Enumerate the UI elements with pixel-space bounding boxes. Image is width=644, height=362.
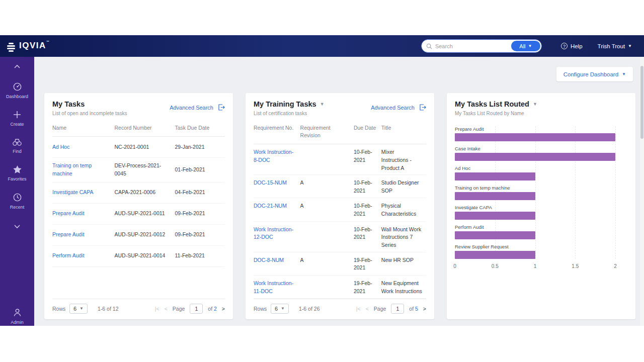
bar-label: Review Supplier Request	[455, 244, 615, 249]
requirement-link[interactable]: Work Instruction-8-DOC	[254, 149, 293, 163]
sidebar-scroll-up[interactable]	[14, 62, 21, 71]
search-scope-button[interactable]: All▼	[511, 41, 540, 51]
task-link[interactable]: Prepare Audit	[52, 231, 85, 237]
card-title: My Tasks List Routed	[455, 100, 529, 108]
bar[interactable]	[455, 251, 535, 259]
table-header: Name Record Number Task Due Date	[52, 120, 225, 137]
axis-tick: 2	[614, 263, 617, 269]
bar[interactable]	[455, 212, 535, 220]
requirement-link[interactable]: DOC-15-NUM	[254, 179, 287, 186]
table-row: Prepare Audit AUD-SUP-2021-0011 09-Feb-2…	[52, 204, 225, 225]
page-input[interactable]	[391, 304, 404, 314]
plus-icon	[13, 110, 22, 119]
sidebar-item-find[interactable]: Find	[0, 138, 34, 154]
export-icon[interactable]	[218, 104, 225, 111]
help-button[interactable]: ? Help	[561, 43, 583, 49]
bar-label: Investigate CAPA	[455, 205, 615, 210]
next-page-button[interactable]: >	[222, 306, 225, 312]
user-menu[interactable]: Trish Trout ▼	[598, 43, 632, 49]
bar[interactable]	[455, 192, 535, 200]
card-title: My Tasks	[52, 100, 85, 108]
table-row: Work Instruction-12-DOC 10-Feb-2021 Wall…	[254, 222, 426, 252]
requirement-link[interactable]: DOC-8-NUM	[254, 257, 284, 263]
rows-per-page-select[interactable]: 6▼	[69, 304, 88, 314]
chevron-up-icon	[14, 64, 21, 69]
sidebar-label: Admin	[11, 320, 24, 325]
axis-tick: 1	[534, 263, 537, 269]
revision-cell: A	[300, 202, 354, 210]
chevron-down-icon: ▼	[528, 44, 532, 48]
configure-dashboard-button[interactable]: Configure Dashboard ▼	[556, 67, 633, 81]
bar[interactable]	[455, 133, 615, 141]
task-link[interactable]: Investigate CAPA	[52, 189, 94, 195]
sidebar-label: Favorites	[8, 176, 26, 182]
previous-page-button[interactable]: <	[366, 306, 369, 312]
record-number-cell: CAPA-2021-0006	[114, 189, 175, 197]
rows-per-page-select[interactable]: 6▼	[271, 304, 289, 314]
row-range: 1-6 of 12	[98, 306, 118, 312]
card-subtitle: List of open and incomplete tasks	[52, 111, 127, 116]
help-icon: ?	[561, 43, 568, 49]
rows-label: Rows	[52, 306, 65, 312]
chart-bar-group: Ad Hoc	[455, 165, 615, 180]
iqvia-logo[interactable]: IQVIA™	[7, 41, 50, 52]
card-title-dropdown[interactable]: My Training Tasks ▼	[254, 100, 325, 108]
sidebar-item-recent[interactable]: Recent	[0, 193, 34, 210]
task-link[interactable]: Perform Audit	[52, 252, 85, 258]
table-header: Requirement No. Requirement Revision Due…	[254, 120, 426, 144]
tasks-routed-chart-card: My Tasks List Routed ▼ My Tasks List Rou…	[447, 93, 635, 319]
of-label: of 5	[409, 306, 418, 312]
table-row: Work Instruction-11-DOC 19-Feb-2021 New …	[254, 276, 426, 299]
task-link[interactable]: Ad Hoc	[52, 144, 69, 150]
table-row: Prepare Audit AUD-SUP-2021-0012 09-Feb-2…	[52, 225, 225, 246]
column-header-record-number: Record Number	[114, 124, 175, 132]
page-input[interactable]	[190, 304, 203, 314]
task-link[interactable]: Prepare Audit	[52, 210, 85, 216]
binoculars-icon	[12, 138, 22, 146]
revision-cell: A	[300, 179, 354, 187]
title-cell: Physical Characteristics	[381, 202, 426, 218]
advanced-search-link[interactable]: Advanced Search	[371, 105, 415, 111]
scrollbar-thumb[interactable]	[640, 66, 643, 139]
column-header-name: Name	[52, 124, 114, 132]
sidebar-scroll-down[interactable]	[14, 222, 21, 231]
axis-tick: 0	[453, 263, 456, 269]
sidebar: Dashboard Create Find Favorites	[0, 57, 34, 326]
bar[interactable]	[455, 231, 535, 239]
total-pages: 2	[214, 306, 217, 312]
revision-cell: A	[300, 256, 354, 264]
bar[interactable]	[455, 153, 615, 161]
column-header-requirement-revision: Requirement Revision	[300, 124, 354, 139]
advanced-search-link[interactable]: Advanced Search	[170, 105, 213, 111]
export-icon[interactable]	[419, 104, 426, 111]
due-date-cell: 09-Feb-2021	[175, 210, 225, 218]
previous-page-button[interactable]: <	[165, 306, 168, 312]
sidebar-item-admin[interactable]: Admin	[0, 308, 34, 325]
sidebar-item-dashboard[interactable]: Dashboard	[0, 82, 34, 99]
requirement-link[interactable]: Work Instruction-12-DOC	[254, 226, 293, 240]
sidebar-item-create[interactable]: Create	[0, 110, 34, 127]
title-cell: Mixer Instructions - Product A	[381, 148, 426, 172]
card-title-dropdown[interactable]: My Tasks List Routed ▼	[455, 100, 537, 108]
bar[interactable]	[455, 172, 535, 180]
requirement-link[interactable]: DOC-21-NUM	[254, 203, 287, 209]
title-cell: Wall Mount Work Instructions 7 Series	[381, 226, 426, 249]
first-page-button[interactable]: |<	[155, 306, 159, 312]
top-navbar: IQVIA™ All▼ ? Help Trish Trout ▼	[0, 35, 644, 57]
column-header-task-due-date: Task Due Date	[175, 124, 225, 132]
task-link[interactable]: Training on temp machine	[52, 162, 92, 176]
sidebar-label: Create	[10, 122, 24, 127]
first-page-button[interactable]: |<	[356, 306, 361, 312]
total-pages: 5	[415, 306, 418, 312]
due-date-cell: 19-Feb-2021	[354, 256, 381, 273]
search-input[interactable]	[435, 43, 501, 49]
table-row: Perform Audit AUD-SUP-2021-0014 11-Feb-2…	[52, 246, 225, 267]
table-row: DOC-21-NUM A 10-Feb-2021 Physical Charac…	[254, 198, 426, 221]
next-page-button[interactable]: >	[423, 306, 426, 312]
sidebar-item-favorites[interactable]: Favorites	[0, 165, 34, 182]
table-row: Training on temp machine DEV-Process-202…	[52, 158, 225, 183]
requirement-link[interactable]: Work Instruction-11-DOC	[254, 280, 293, 294]
dashboard-icon	[13, 82, 22, 92]
brand-name: IQVIA™	[19, 41, 50, 51]
page-label: Page	[173, 306, 185, 312]
